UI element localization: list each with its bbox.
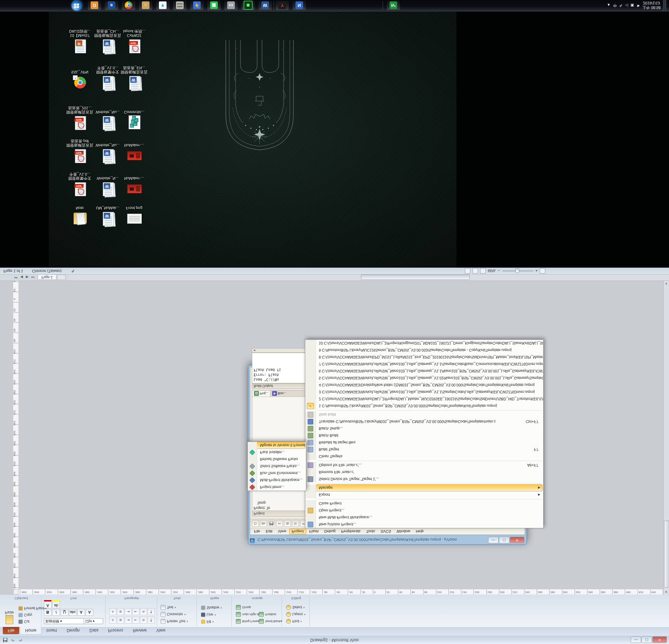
prev-page-icon[interactable]: ◀ <box>19 276 24 279</box>
paragraph-tool-icon[interactable]: ≋ <box>140 608 147 615</box>
submenu-item-reload-software-packs[interactable]: Reload Software Packs <box>248 456 306 463</box>
h2-analyzer-icon[interactable]: h² <box>387 1 400 10</box>
font-size-combo[interactable]: 12pt ▾ <box>84 618 103 624</box>
paragraph-tool-icon[interactable]: ⇥ <box>125 616 132 623</box>
desktop-icon--[interactable]: PDF開發板網頁首頁面改善_201... <box>65 106 95 130</box>
shadow-button[interactable]: Shadow▾ <box>200 605 223 610</box>
status-language[interactable]: Chinese (Taiwan) <box>32 269 62 273</box>
desktop-icon-website-nu-[interactable]: WWebsite_Nu... <box>93 143 123 163</box>
horizontal-scrollbar[interactable] <box>68 275 669 280</box>
network-icon[interactable]: ▣ <box>630 3 634 8</box>
menu-item-manage[interactable]: Manage▶ <box>305 484 543 491</box>
paragraph-tool-icon[interactable]: ≣ <box>117 608 124 615</box>
recent-project-item[interactable]: 7 C:/Users/VCCHANGE3/Works/LoRa/SW_Nano1… <box>305 361 543 368</box>
desktop-icon-website-n-[interactable]: WWebsite_N... <box>93 176 123 196</box>
tray-expand-icon[interactable]: ▲ <box>607 3 611 8</box>
uvision-close-button[interactable]: ✕ <box>510 537 524 543</box>
layers-button[interactable]: Layers▾ <box>285 612 307 617</box>
uvision-toolbar-button[interactable]: 🗋 <box>252 520 259 527</box>
group-button[interactable]: Group <box>235 605 252 610</box>
tab-home[interactable]: Home <box>20 627 41 635</box>
font-style-abc-button[interactable]: abc <box>69 609 77 616</box>
desktop-icon-10-minis7[interactable]: P10【MiniS7DALI2說明... <box>65 29 95 53</box>
desktop-icon--[interactable]: W開發板繁中文手冊_V1.0... <box>93 66 123 90</box>
tab-design[interactable]: Design <box>62 627 84 634</box>
font-name-combo[interactable]: 新細明體 ▾ <box>44 618 84 624</box>
blue-doc-tool-icon[interactable]: N <box>293 1 306 10</box>
tab-file[interactable]: File <box>3 627 19 634</box>
uvision-menu-tools[interactable]: Tools <box>364 529 378 534</box>
paragraph-tool-icon[interactable]: ⇥ <box>125 608 132 615</box>
close-button[interactable]: ✕ <box>652 636 667 643</box>
menu-item-translate-c-nuvoton-bsp-library-m031-ser[interactable]: Translate C:/Nuvoton/BSP Library/M031_Se… <box>305 418 543 425</box>
tab-process[interactable]: Process <box>103 627 128 634</box>
uvision-toolbar-button[interactable]: 🗁 <box>260 520 267 527</box>
paragraph-tool-icon[interactable]: ≡ <box>109 608 116 615</box>
menu-item-rebuild-all-target-files[interactable]: Rebuild all target files <box>305 439 543 446</box>
recent-project-item[interactable]: 5 C:/Users/VCCHANGE3/Works/LoRa/SW_Nano1… <box>305 375 543 382</box>
uvision-toolbar-button[interactable]: ⎘ <box>292 520 299 527</box>
desktop-icon-ssl-vpn[interactable]: ↗SSL_VPN <box>65 70 95 90</box>
bring-forward-button[interactable]: Bring Forward <box>235 619 259 624</box>
volume-icon[interactable]: ◁ <box>625 3 628 8</box>
view-normal-icon[interactable] <box>465 268 470 274</box>
build-output-caption[interactable]: Build Output <box>252 383 307 389</box>
paragraph-tool-icon[interactable]: ≣ <box>117 616 124 623</box>
fill-button[interactable]: Fill▾ <box>200 619 215 624</box>
submenu-item-project-items-[interactable]: Project Items... <box>248 484 306 491</box>
vertical-scroll-thumb[interactable] <box>664 521 669 588</box>
maximize-button[interactable]: ▢ <box>641 636 652 643</box>
scroll-up-icon[interactable]: ▲ <box>664 590 669 595</box>
select-button[interactable]: Select▾ <box>285 605 306 610</box>
tab-review[interactable]: Review <box>128 627 151 634</box>
menu-item-close-project[interactable]: Close Project <box>305 500 543 507</box>
desktop-icon-website-nu-[interactable]: WWebsite_Nu... <box>93 110 123 130</box>
submenu-item-multi-project-workspace-[interactable]: Multi-Project Workspace... <box>248 477 306 484</box>
project-tree-item[interactable]: Temp <box>252 500 307 505</box>
start-button[interactable] <box>71 0 82 11</box>
uvision-minimize-button[interactable]: — <box>488 537 499 543</box>
desktop-icon-um-numak-[interactable]: WUM_NuMak... <box>93 206 123 226</box>
recent-project-item[interactable]: 6 C:/Users/VCCHANGE3/Works/LoRa/SW_Nano1… <box>305 368 543 375</box>
find-button[interactable]: Find▾ <box>285 619 303 624</box>
send-backward-button[interactable]: Send Backward <box>258 619 282 624</box>
menu-item-options-for-file-main-c-[interactable]: Options for File 'main.c'...Alt+F7 <box>305 462 543 469</box>
uvision-menu-edit[interactable]: Edit <box>263 529 275 534</box>
paragraph-tool-icon[interactable]: ≋ <box>140 616 147 623</box>
paragraph-tool-icon[interactable]: ¶ <box>148 616 155 623</box>
tab-view[interactable]: View <box>152 627 170 634</box>
build-output-hscroll[interactable]: ◄ <box>252 348 307 353</box>
font-style-u-button[interactable]: U <box>61 609 68 616</box>
last-page-icon[interactable]: ⏭ <box>30 275 36 279</box>
tab-data[interactable]: Data <box>85 627 103 634</box>
highlight-color-button[interactable]: ab <box>52 600 60 608</box>
desktop[interactable]: NoteWUM_NuMak...Front.pngPDF開發板繁中文手冊_V1.… <box>0 12 669 268</box>
project-tree-item[interactable]: Project: Te <box>252 505 307 511</box>
uvision-titlebar[interactable]: µ C:/Nuvoton/BSP Library/M031_Series_BSP… <box>250 535 525 543</box>
position-button[interactable]: Position <box>258 612 277 617</box>
uvision-menu-svcs[interactable]: SVCS <box>378 529 393 534</box>
ie-browser-icon[interactable]: e <box>105 1 118 10</box>
uvision-menu-project[interactable]: Project <box>289 529 306 534</box>
lcd-tool-icon[interactable]: ▦ <box>241 1 255 10</box>
paragraph-tool-icon[interactable]: ¶ <box>148 608 155 615</box>
menu-item-export[interactable]: Export▶ <box>305 491 543 498</box>
view-page-icon[interactable] <box>480 268 486 274</box>
link-tool-icon[interactable]: ⚡ <box>190 1 203 10</box>
auto-align-space-button[interactable]: Auto Align & Space <box>235 612 259 617</box>
pointer-tool-button[interactable]: Pointer Tool▾ <box>160 619 189 624</box>
zoom-in-icon[interactable]: + <box>536 269 538 273</box>
uvision-maximize-button[interactable]: ▢ <box>499 537 509 543</box>
menu-item-new-multi-project-workspace-[interactable]: New Multi-Project Workspace... <box>305 514 543 521</box>
connector-button[interactable]: Connector▾ <box>160 612 187 617</box>
outlook-icon[interactable]: O <box>88 1 101 10</box>
insert-page-tab[interactable] <box>57 275 66 280</box>
desktop-icon-front-png[interactable]: Front.png <box>119 206 149 226</box>
desktop-icon-connectio-[interactable]: Connectio... <box>119 110 149 130</box>
font-style-a-button[interactable]: A <box>86 609 93 616</box>
page-tab[interactable]: Page-1 <box>38 275 56 280</box>
desktop-icon--[interactable]: W開發板網頁首頁面改善_CH... <box>93 29 123 53</box>
programmer-tool-icon[interactable]: ▦ <box>207 1 221 10</box>
tab-project[interactable]: ▤Proj... <box>252 391 270 397</box>
line-button[interactable]: Line▾ <box>200 612 217 617</box>
